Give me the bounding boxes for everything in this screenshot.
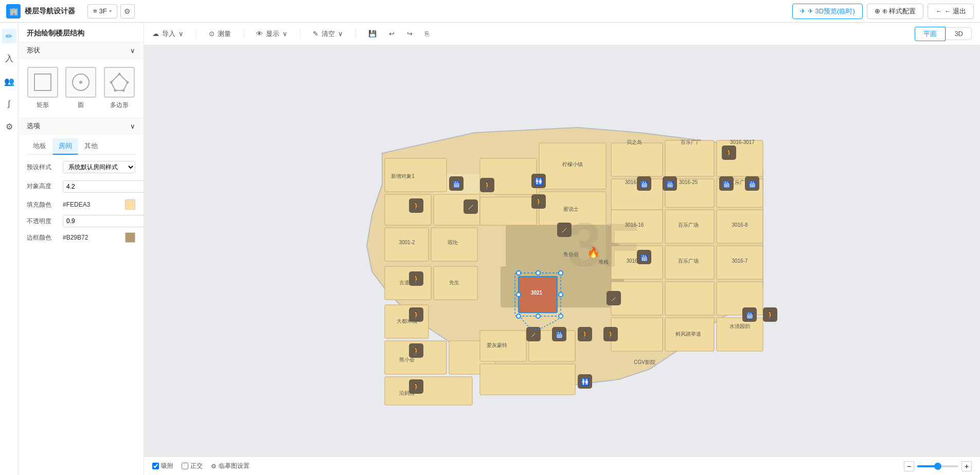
opacity-input[interactable] [63,215,144,227]
fill-color-swatch[interactable] [125,199,135,210]
panel-title: 开始绘制楼层结构 [19,23,144,42]
rect-label: 矩形 [37,101,49,109]
svg-text:水清园韵: 水清园韵 [729,323,750,329]
redo-group[interactable]: ↪ [407,30,413,38]
border-color-label: 边框颜色 [27,233,63,242]
svg-text:🚶: 🚶 [606,331,615,339]
svg-text:⟋: ⟋ [610,295,617,303]
zoom-out-button[interactable]: − [904,461,914,471]
svg-point-2 [79,81,82,84]
measure-group[interactable]: ⊙ 测量 [209,29,231,39]
preset-style-label: 预设样式 [27,163,63,172]
sidebar-icon-settings[interactable]: ⚙ [2,119,16,134]
save-group[interactable]: 💾 [368,30,377,38]
measure-icon: ⊙ [209,30,215,38]
floor-map[interactable]: 3F 新增对象1 柠檬小镇 3001-2 瑕玧· 蜜说士 古道边 鱼佰佰 堆栈 … [331,92,794,410]
svg-text:🚶: 🚶 [412,202,421,211]
border-color-value: #B29B72 [63,234,125,241]
preset-style-select[interactable]: 系统默认房间样式 [63,161,135,173]
capture-settings[interactable]: ⚙ 临摹图设置 [211,462,250,470]
plane-icon: ✈ [800,7,806,15]
svg-rect-34 [665,140,714,176]
undo-group[interactable]: ↩ [389,30,395,38]
style-config-button[interactable]: ⊕ ⊕ 样式配置 [867,4,924,19]
svg-text:百乐广厂: 百乐广厂 [681,139,701,145]
current-floor: 3F [99,7,107,15]
shape-rect[interactable]: 矩形 [27,67,59,109]
shape-polygon[interactable]: 多边形 [103,67,135,109]
svg-text:CGV影院: CGV影院 [634,359,655,365]
options-section-header[interactable]: 选项 ∨ [19,118,144,134]
svg-text:堆栈: 堆栈 [598,259,609,265]
svg-point-132 [516,271,521,275]
svg-text:先生: 先生 [449,280,459,285]
clear-group[interactable]: ✎ 清空 ∨ [313,29,343,39]
shapes-section-header[interactable]: 形状 ∨ [19,42,144,59]
preset-style-row: 预设样式 系统默认房间样式 [27,161,135,173]
view-tab-3d[interactable]: 3D [946,27,972,40]
ortho-checkbox[interactable] [182,463,188,469]
svg-text:🛗: 🛗 [745,312,753,319]
circle-icon-box [65,67,96,98]
polygon-icon-box [104,67,135,98]
sidebar-icon-users[interactable]: 👥 [2,74,16,88]
map-container[interactable]: 3F 新增对象1 柠檬小镇 3001-2 瑕玧· 蜜说士 古道边 鱼佰佰 堆栈 … [144,45,980,456]
svg-text:🛗: 🛗 [722,180,730,188]
sidebar-icon-entrance[interactable]: 入 [2,51,16,66]
divider-1 [196,29,197,39]
svg-point-136 [559,293,563,297]
divider-4 [355,29,356,39]
floor-settings-button[interactable]: ⚙ [120,4,135,19]
svg-text:爱灰蒙特: 爱灰蒙特 [487,342,507,348]
snap-option[interactable]: 吸附 [152,462,173,470]
svg-point-138 [536,314,540,318]
shapes-section-label: 形状 [27,46,40,55]
svg-rect-50 [717,318,763,351]
tab-other[interactable]: 其他 [78,138,104,155]
exit-button[interactable]: ← ← 退出 [928,4,974,19]
tab-room[interactable]: 房间 [52,138,78,155]
style-config-label: ⊕ 样式配置 [882,7,916,16]
left-panel: 开始绘制楼层结构 形状 ∨ 矩形 圆 [19,23,144,475]
svg-text:3016-16: 3016-16 [625,222,644,228]
svg-point-6 [122,89,124,92]
svg-text:🚶: 🚶 [412,347,421,356]
measure-label: 测量 [218,29,231,39]
view-tab-flat[interactable]: 平面 [915,27,946,41]
fill-color-label: 填充颜色 [27,200,63,209]
svg-text:3001-2: 3001-2 [399,240,415,245]
clear-icon: ✎ [313,30,318,38]
display-chevron-icon: ∨ [282,30,288,38]
ortho-option[interactable]: 正交 [182,462,203,470]
floor-select-button[interactable]: ≡ 3F ▾ [87,4,117,19]
circle-label: 圆 [78,101,84,109]
svg-point-5 [126,81,129,84]
svg-text:蜜说士: 蜜说士 [563,206,579,212]
svg-text:🚶: 🚶 [412,383,421,392]
undo-icon: ↩ [389,30,395,38]
snap-checkbox[interactable] [152,463,159,469]
import-group[interactable]: ☁ 导入 ∨ [152,29,184,39]
tab-floor[interactable]: 地板 [27,138,52,155]
target-height-input[interactable] [63,180,144,193]
opacity-row: 不透明度 0~1 [27,215,135,227]
import-label: 导入 [162,29,175,39]
svg-rect-46 [665,282,714,315]
preview-3d-button[interactable]: ✈ ✈ 3D预览(临时) [792,4,863,19]
canvas-toolbar: ☁ 导入 ∨ ⊙ 测量 👁 显示 ∨ ✎ 清空 ∨ 💾 ↩ ↪ [144,23,980,45]
copy-group[interactable]: ⎘ [425,30,429,38]
svg-point-135 [516,293,521,297]
display-group[interactable]: 👁 显示 ∨ [256,29,288,39]
canvas-area: ☁ 导入 ∨ ⊙ 测量 👁 显示 ∨ ✎ 清空 ∨ 💾 ↩ ↪ [144,23,980,456]
shape-circle[interactable]: 圆 [65,67,97,109]
zoom-thumb[interactable] [934,463,941,470]
sidebar-icon-draw[interactable]: ✏ [2,29,16,43]
sidebar-icon-curve[interactable]: ∫ [2,97,16,111]
svg-text:🛗: 🛗 [640,180,648,188]
clear-label: 清空 [322,29,335,39]
zoom-in-button[interactable]: + [961,461,972,471]
border-color-swatch[interactable] [125,232,135,243]
top-bar: 🏢 楼层导航设计器 ≡ 3F ▾ ⚙ ✈ ✈ 3D预览(临时) ⊕ ⊕ 样式配置… [0,0,980,23]
divider-2 [243,29,244,39]
zoom-slider[interactable] [917,465,958,467]
